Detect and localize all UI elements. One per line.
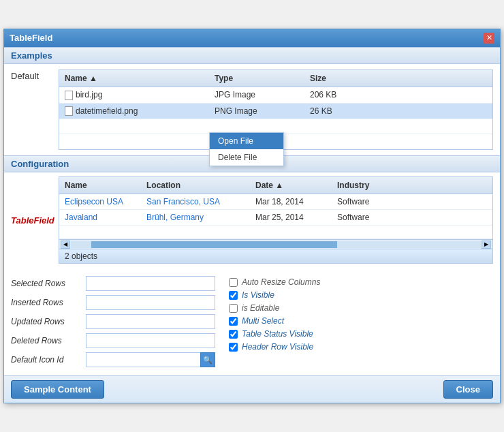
conf-name-cell: Eclipsecon USA [59, 196, 141, 208]
col-header-industry[interactable]: Industry [332, 179, 413, 191]
header-row-checkbox[interactable] [229, 343, 238, 352]
default-icon-input[interactable] [86, 352, 200, 367]
default-section: Default Name ▲ Type Size bird.jpg JPG Im… [4, 64, 500, 156]
form-row-inserted-rows: Inserted Rows [11, 295, 215, 310]
horizontal-scrollbar[interactable]: ◀ ▶ [59, 239, 492, 249]
scroll-thumb[interactable] [91, 241, 337, 248]
selected-rows-label: Selected Rows [11, 279, 86, 288]
form-checkboxes-right: Auto Resize Columns Is Visible is Editab… [229, 276, 493, 371]
is-visible-checkbox[interactable] [229, 291, 238, 300]
context-menu-item-delete[interactable]: Delete File [210, 149, 283, 166]
conf-industry-cell: Software [332, 196, 413, 208]
form-row-selected-rows: Selected Rows [11, 276, 215, 291]
is-visible-label: Is Visible [242, 290, 274, 300]
is-editable-label: is Editable [242, 303, 279, 313]
file-size-cell: 26 KB [304, 105, 359, 117]
file-icon [65, 106, 73, 116]
config-label-row: TableField Name Location Date ▲ Industry… [11, 176, 493, 264]
conf-location-cell: San Francisco, USA [141, 196, 250, 208]
auto-resize-checkbox[interactable] [229, 278, 238, 287]
file-name-cell: bird.jpg [59, 89, 209, 102]
conf-extra-cell [413, 216, 492, 219]
sample-content-button[interactable]: Sample Content [11, 380, 104, 399]
conf-date-cell: Mar 25, 2014 [250, 211, 332, 223]
form-row-default-icon: Default Icon Id 🔍 [11, 352, 215, 367]
col-header-location[interactable]: Location [141, 179, 250, 191]
config-table: Name Location Date ▲ Industry Eclipsecon… [59, 176, 493, 264]
dialog-title: TableField [10, 33, 52, 43]
conf-name-cell: Javaland [59, 211, 141, 223]
table-status-label: Table Status Visible [242, 329, 313, 339]
file-icon [65, 91, 73, 100]
checkbox-header-row: Header Row Visible [229, 342, 493, 352]
checkbox-multi-select: Multi Select [229, 316, 493, 326]
conf-date-cell: Mar 18, 2014 [250, 196, 332, 208]
bottom-form: Selected Rows Inserted Rows Updated Rows… [4, 272, 500, 375]
col-header-name[interactable]: Name ▲ [59, 72, 209, 84]
table-status-checkbox[interactable] [229, 330, 238, 339]
col-header-extra [413, 179, 492, 191]
inserted-rows-label: Inserted Rows [11, 298, 86, 307]
col-header-name[interactable]: Name [59, 179, 141, 191]
default-icon-field-wrapper: 🔍 [86, 352, 215, 367]
dialog-titlebar: TableField ✕ [4, 29, 500, 47]
conf-industry-cell: Software [332, 211, 413, 223]
multi-select-label: Multi Select [242, 316, 284, 326]
deleted-rows-input[interactable] [86, 333, 215, 348]
objects-count-bar: 2 objects [59, 249, 492, 263]
table-row[interactable]: Eclipsecon USA San Francisco, USA Mar 18… [59, 194, 492, 210]
config-table-header: Name Location Date ▲ Industry [59, 177, 492, 194]
scroll-track[interactable] [71, 241, 481, 248]
updated-rows-label: Updated Rows [11, 317, 86, 326]
close-icon[interactable]: ✕ [484, 33, 494, 44]
dialog-footer: Sample Content Close [4, 375, 500, 403]
checkbox-is-editable: is Editable [229, 303, 493, 313]
scroll-right-arrow[interactable]: ▶ [482, 241, 491, 249]
scroll-left-arrow[interactable]: ◀ [61, 241, 70, 249]
context-menu: Open File Delete File [209, 132, 284, 166]
table-row[interactable]: Javaland Brühl, Germany Mar 25, 2014 Sof… [59, 210, 492, 226]
config-label: TableField [11, 215, 59, 226]
default-icon-label: Default Icon Id [11, 355, 86, 365]
examples-section-header: Examples [4, 47, 500, 64]
checkbox-table-status: Table Status Visible [229, 329, 493, 339]
conf-extra-cell [413, 200, 492, 203]
table-row-empty [59, 226, 492, 239]
col-header-type[interactable]: Type [209, 72, 304, 84]
default-label: Default [11, 70, 59, 151]
objects-count: 2 objects [65, 251, 97, 261]
multi-select-checkbox[interactable] [229, 317, 238, 326]
search-icon-button[interactable]: 🔍 [200, 352, 215, 367]
file-size-cell: 206 KB [304, 89, 359, 101]
file-type-cell: PNG Image [209, 105, 304, 117]
file-type-cell: JPG Image [209, 89, 304, 101]
table-row[interactable]: datetimefield.png PNG Image 26 KB Open F… [59, 104, 492, 120]
file-name-cell: datetimefield.png [59, 105, 209, 118]
examples-table: Name ▲ Type Size bird.jpg JPG Image 206 … [59, 70, 493, 151]
selected-rows-input[interactable] [86, 276, 215, 291]
table-row[interactable]: bird.jpg JPG Image 206 KB [59, 87, 492, 104]
header-row-label: Header Row Visible [242, 342, 313, 352]
table-field-dialog: TableField ✕ Examples Default Name ▲ Typ… [3, 29, 501, 404]
form-row-deleted-rows: Deleted Rows [11, 333, 215, 348]
deleted-rows-label: Deleted Rows [11, 336, 86, 345]
auto-resize-label: Auto Resize Columns [242, 277, 320, 287]
col-header-size[interactable]: Size [304, 72, 359, 84]
context-menu-item-open[interactable]: Open File [210, 133, 283, 149]
is-editable-checkbox[interactable] [229, 304, 238, 313]
configuration-section: TableField Name Location Date ▲ Industry… [4, 172, 500, 272]
checkbox-is-visible: Is Visible [229, 290, 493, 300]
examples-table-header: Name ▲ Type Size [59, 70, 492, 87]
form-row-updated-rows: Updated Rows [11, 314, 215, 329]
checkbox-auto-resize: Auto Resize Columns [229, 277, 493, 287]
col-header-date[interactable]: Date ▲ [250, 179, 332, 191]
inserted-rows-input[interactable] [86, 295, 215, 310]
form-fields-left: Selected Rows Inserted Rows Updated Rows… [11, 276, 215, 371]
updated-rows-input[interactable] [86, 314, 215, 329]
conf-location-cell: Brühl, Germany [141, 211, 250, 223]
close-button[interactable]: Close [443, 380, 493, 399]
